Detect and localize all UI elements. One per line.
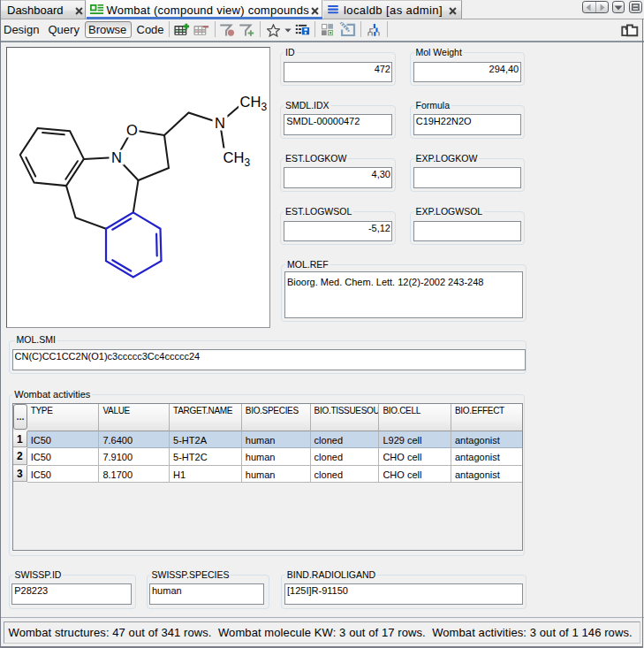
svg-text:N: N [215,114,225,130]
svg-text:N: N [111,149,122,164]
svg-text:3: 3 [261,100,267,112]
svg-text:CH: CH [223,149,244,164]
svg-text:3: 3 [244,156,250,168]
svg-text:CH: CH [239,93,261,109]
svg-text:O: O [126,121,138,137]
